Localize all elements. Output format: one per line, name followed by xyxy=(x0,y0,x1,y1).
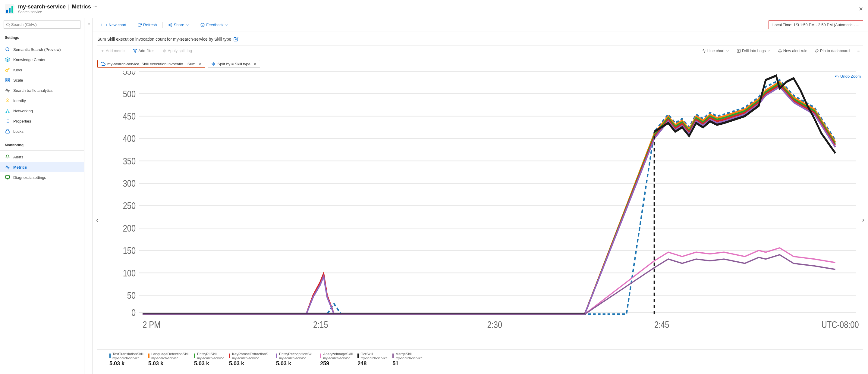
legend-bar xyxy=(320,353,321,358)
svg-text:250: 250 xyxy=(123,201,135,211)
knowledge-icon xyxy=(5,57,10,62)
sidebar-item-diagnostic[interactable]: Diagnostic settings xyxy=(0,172,84,182)
svg-line-29 xyxy=(170,25,171,26)
svg-text:150: 150 xyxy=(123,245,135,256)
svg-rect-9 xyxy=(6,80,7,82)
new-chart-label: + New chart xyxy=(104,23,126,27)
search-input[interactable] xyxy=(4,21,81,29)
svg-rect-23 xyxy=(5,176,9,178)
chart-nav-left-button[interactable]: ‹ xyxy=(96,216,98,224)
cloud-icon xyxy=(101,61,105,66)
new-chart-button[interactable]: + + New chart xyxy=(97,21,129,29)
legend-label: AnalyzeImageSkill xyxy=(323,352,352,356)
header-subtitle: Search service xyxy=(18,10,97,14)
svg-text:450: 450 xyxy=(123,111,135,122)
sidebar-search-container xyxy=(0,18,84,31)
svg-marker-36 xyxy=(133,49,137,53)
chart-title-row: Sum Skill execution invocation count for… xyxy=(97,37,863,41)
apply-splitting-button[interactable]: Apply splitting xyxy=(159,47,195,54)
legend-value: 5.03 k xyxy=(276,361,291,367)
header: my-search-service | Metrics ··· Search s… xyxy=(0,0,868,18)
legend-sub: my-search-service xyxy=(279,356,315,360)
edit-icon[interactable] xyxy=(234,37,239,41)
add-metric-button[interactable]: Add metric xyxy=(97,47,127,54)
sidebar-item-locks[interactable]: Locks xyxy=(0,126,84,136)
logs-icon xyxy=(737,49,741,53)
metric-pill-close-button[interactable]: ✕ xyxy=(198,62,202,66)
pin-to-dashboard-button[interactable]: Pin to dashboard xyxy=(812,47,852,54)
metric-pill: my-search-service, Skill execution invoc… xyxy=(97,60,205,68)
chart-wrapper: 550 500 450 400 350 300 250 200 150 100 … xyxy=(97,71,863,347)
scale-icon xyxy=(5,77,10,83)
sidebar-item-label: Alerts xyxy=(13,155,23,159)
share-label: Share xyxy=(174,23,184,27)
chart-toolbar-right: Line chart Drill into Logs New alert rul… xyxy=(699,47,863,54)
lock-icon xyxy=(5,129,10,134)
svg-text:2:30: 2:30 xyxy=(487,319,502,330)
chart-area: Sum Skill execution invocation count for… xyxy=(93,32,868,374)
sidebar-item-identity[interactable]: Identity xyxy=(0,96,84,106)
add-filter-button[interactable]: Add filter xyxy=(130,47,157,54)
legend-sub: my-search-service xyxy=(197,356,224,360)
legend-sub: my-search-service xyxy=(232,356,271,360)
sidebar-item-alerts[interactable]: Alerts xyxy=(0,152,84,162)
line-chart-chevron-icon xyxy=(726,49,730,53)
svg-text:100: 100 xyxy=(123,268,135,278)
alert-rule-icon xyxy=(778,49,782,53)
chart-nav-right-button[interactable]: › xyxy=(862,216,864,224)
legend-value: 5.03 k xyxy=(110,361,124,367)
sidebar-item-properties[interactable]: Properties xyxy=(0,116,84,126)
time-range-button[interactable]: Local Time: 1/3 1:59 PM - 2:59 PM (Autom… xyxy=(769,21,863,29)
sidebar-item-networking[interactable]: Networking xyxy=(0,106,84,116)
pin-icon xyxy=(815,49,819,53)
title-separator: | xyxy=(68,4,70,10)
legend-bar xyxy=(148,353,150,358)
sidebar-item-scale[interactable]: Scale xyxy=(0,75,84,85)
refresh-button[interactable]: Refresh xyxy=(134,21,160,29)
monitoring-section-label: Monitoring xyxy=(0,139,84,149)
share-button[interactable]: Share xyxy=(165,21,193,29)
svg-point-31 xyxy=(201,23,204,27)
legend-item-ocr: OcrSkill my-search-service 248 xyxy=(358,352,388,367)
legend-sub: my-search-service xyxy=(323,356,352,360)
svg-text:2:45: 2:45 xyxy=(654,319,669,330)
identity-icon xyxy=(5,98,10,103)
add-metric-icon xyxy=(100,49,104,53)
split-pill: Split by = Skill type ✕ xyxy=(208,60,260,68)
sidebar-collapse-button[interactable]: « xyxy=(84,21,93,28)
new-alert-rule-label: New alert rule xyxy=(783,48,807,53)
legend-label: KeyPhraseExtractionS... xyxy=(232,352,271,356)
sidebar-item-search-traffic[interactable]: Search traffic analytics xyxy=(0,85,84,96)
chart-more-button[interactable]: ··· xyxy=(854,47,863,54)
line-chart-button[interactable]: Line chart xyxy=(699,47,733,54)
sidebar-item-knowledge-center[interactable]: Knowledge Center xyxy=(0,55,84,65)
settings-divider xyxy=(0,43,84,43)
properties-icon xyxy=(5,118,10,124)
svg-point-28 xyxy=(170,26,172,27)
key-icon xyxy=(5,67,10,73)
sidebar-item-metrics[interactable]: Metrics xyxy=(0,162,84,172)
legend-value: 5.03 k xyxy=(148,361,163,367)
svg-text:0: 0 xyxy=(131,307,135,318)
feedback-button[interactable]: Feedback xyxy=(197,21,231,29)
sidebar-item-semantic-search[interactable]: Semantic Search (Preview) xyxy=(0,44,84,55)
feedback-icon xyxy=(200,23,205,27)
new-alert-rule-button[interactable]: New alert rule xyxy=(775,47,810,54)
feedback-label: Feedback xyxy=(206,23,223,27)
sidebar-item-label: Properties xyxy=(13,119,31,124)
header-more-btn[interactable]: ··· xyxy=(93,4,97,10)
svg-rect-22 xyxy=(6,131,9,133)
svg-point-5 xyxy=(6,47,9,51)
svg-rect-3 xyxy=(11,6,13,13)
drill-into-logs-button[interactable]: Drill into Logs xyxy=(734,47,774,54)
legend-value: 5.03 k xyxy=(229,361,244,367)
close-button[interactable]: ✕ xyxy=(859,6,863,12)
sidebar-item-keys[interactable]: Keys xyxy=(0,65,84,75)
legend-label: EntityRecognitionSki... xyxy=(279,352,315,356)
add-metric-label: Add metric xyxy=(106,48,124,53)
svg-text:UTC-08:00: UTC-08:00 xyxy=(821,319,859,330)
sidebar-item-label: Identity xyxy=(13,99,26,103)
legend-sub: my-search-service xyxy=(361,356,388,360)
split-pill-close-button[interactable]: ✕ xyxy=(253,62,257,66)
legend-sub: my-search-service xyxy=(113,356,144,360)
